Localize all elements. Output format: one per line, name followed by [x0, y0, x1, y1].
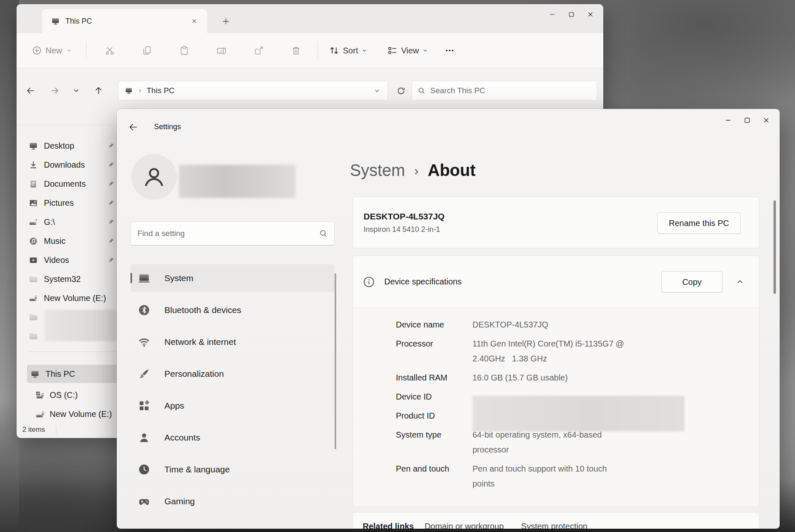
- breadcrumb-system[interactable]: System: [350, 161, 405, 180]
- new-button[interactable]: New: [28, 41, 76, 60]
- address-bar[interactable]: This PC: [118, 81, 388, 101]
- nav-item-personalization[interactable]: Personalization: [130, 360, 335, 388]
- spec-row-processor: Processor 11th Gen Intel(R) Core(TM) i5-…: [396, 336, 742, 366]
- sidebar-item-this-pc[interactable]: This PC: [27, 365, 122, 383]
- settings-nav: System Bluetooth & devices Network & int…: [130, 264, 335, 519]
- nav-item-bluetooth-devices[interactable]: Bluetooth & devices: [130, 296, 335, 324]
- link-domain-or-workgroup[interactable]: Domain or workgroup: [424, 522, 504, 529]
- spec-row-device-name: Device name DESKTOP-4L537JQ: [396, 317, 742, 332]
- explorer-search-box[interactable]: [412, 81, 597, 101]
- copy-button[interactable]: [138, 41, 156, 60]
- svg-text:A: A: [220, 49, 223, 53]
- device-name: DESKTOP-4L537JQ: [364, 212, 445, 221]
- explorer-tab-bar: This PC: [17, 4, 603, 33]
- explorer-status-bar: 2 items: [17, 421, 121, 438]
- settings-search-input[interactable]: [137, 229, 319, 238]
- forward-button[interactable]: [46, 82, 64, 100]
- explorer-maximize-button[interactable]: [562, 7, 581, 22]
- nav-item-gaming[interactable]: Gaming: [130, 487, 335, 515]
- settings-scrollbar[interactable]: [773, 200, 776, 294]
- sidebar-item-pictures[interactable]: Pictures: [17, 193, 121, 212]
- up-button[interactable]: [89, 82, 108, 100]
- nav-item-accounts[interactable]: Accounts: [130, 424, 335, 451]
- folder-icon: [29, 332, 38, 341]
- arrow-up-icon: [94, 86, 103, 95]
- delete-button[interactable]: [287, 41, 305, 60]
- svg-text:?: ?: [35, 218, 37, 222]
- status-divider: [56, 426, 56, 434]
- sidebar-item-new-volume-e[interactable]: New Volume (E:): [17, 289, 121, 308]
- arrow-left-icon: [26, 86, 35, 95]
- items-count: 2 items: [22, 426, 45, 434]
- downloads-icon: [29, 161, 38, 169]
- paste-button[interactable]: [175, 41, 193, 60]
- recent-locations-button[interactable]: [67, 82, 85, 100]
- sidebar-item-music[interactable]: Music: [17, 231, 121, 250]
- device-specifications-header[interactable]: Device specifications Copy: [353, 256, 759, 308]
- explorer-minimize-button[interactable]: [543, 7, 562, 22]
- sidebar-item-g-drive[interactable]: ? G:\: [17, 212, 121, 231]
- plus-circle-icon: [32, 46, 41, 55]
- wifi-icon: [138, 336, 150, 348]
- sidebar-item-downloads[interactable]: Downloads: [17, 155, 121, 174]
- view-button-label: View: [401, 46, 419, 55]
- pin-icon: [108, 142, 114, 149]
- redacted-folder-names: [45, 310, 118, 341]
- sidebar-item-desktop[interactable]: Desktop: [17, 136, 121, 155]
- explorer-toolbar: New A Sor: [17, 33, 603, 68]
- sort-icon: [329, 45, 340, 56]
- explorer-tab-this-pc[interactable]: This PC: [41, 9, 208, 33]
- rename-pc-button[interactable]: Rename this PC: [657, 212, 741, 234]
- copy-button[interactable]: Copy: [661, 271, 723, 293]
- nav-item-system[interactable]: System: [130, 264, 335, 292]
- explorer-sidebar: Desktop Downloads Documents Pictures ? G…: [17, 125, 121, 421]
- scissors-icon: [105, 46, 115, 55]
- refresh-button[interactable]: [391, 81, 410, 101]
- back-button[interactable]: [22, 82, 40, 100]
- sidebar-item-videos[interactable]: Videos: [17, 250, 121, 270]
- tab-close-icon[interactable]: [188, 15, 200, 27]
- explorer-close-button[interactable]: [581, 7, 600, 22]
- music-icon: [29, 237, 38, 246]
- nav-item-network-internet[interactable]: Network & internet: [130, 328, 335, 356]
- pin-icon: [108, 257, 114, 263]
- page-title-about: About: [428, 161, 476, 180]
- sort-button[interactable]: Sort: [329, 45, 367, 56]
- rename-icon: A: [217, 46, 226, 55]
- chevron-down-icon: [72, 87, 80, 94]
- spec-row-system-type: System type 64-bit operating system, x64…: [396, 427, 742, 457]
- nav-item-apps[interactable]: Apps: [130, 392, 335, 419]
- cut-button[interactable]: [101, 41, 119, 60]
- user-avatar[interactable]: [131, 154, 177, 200]
- new-tab-button[interactable]: [219, 14, 233, 28]
- address-dropdown-icon[interactable]: [374, 88, 380, 94]
- gamepad-icon: [138, 495, 150, 508]
- drive-unlocked-icon: [29, 294, 38, 303]
- drive-question-icon: ?: [29, 218, 38, 226]
- share-button[interactable]: [250, 41, 268, 60]
- drive-unlocked-icon: [36, 410, 45, 419]
- chevron-up-icon[interactable]: [736, 278, 744, 286]
- settings-back-button[interactable]: [125, 119, 142, 135]
- nav-item-time-language[interactable]: Time & language: [130, 455, 335, 483]
- link-system-protection[interactable]: System protection: [521, 522, 588, 529]
- rename-button[interactable]: A: [212, 41, 231, 60]
- sidebar-item-documents[interactable]: Documents: [17, 174, 121, 193]
- os-drive-icon: [36, 391, 45, 400]
- document-icon: [29, 180, 38, 188]
- sidebar-item-os-c[interactable]: OS (C:): [36, 390, 78, 400]
- view-button[interactable]: View: [387, 45, 428, 56]
- settings-maximize-button[interactable]: [737, 112, 756, 128]
- sidebar-item-system32[interactable]: System32: [17, 270, 121, 289]
- pin-icon: [108, 181, 114, 187]
- nav-scrollbar[interactable]: [335, 273, 336, 449]
- settings-search-box[interactable]: [130, 221, 335, 246]
- breadcrumb-this-pc[interactable]: This PC: [147, 86, 175, 95]
- more-options-button[interactable]: [441, 41, 459, 60]
- explorer-search-input[interactable]: [430, 86, 588, 95]
- related-links-title: Related links: [363, 522, 414, 529]
- settings-minimize-button[interactable]: [718, 112, 737, 128]
- this-pc-monitor-icon: [31, 370, 39, 378]
- sidebar-item-new-volume-e-tree[interactable]: New Volume (E:): [36, 409, 112, 419]
- settings-close-button[interactable]: [756, 112, 776, 128]
